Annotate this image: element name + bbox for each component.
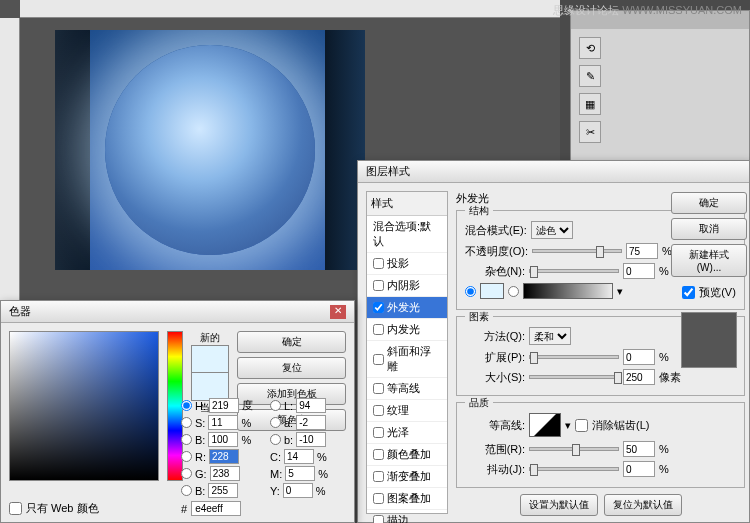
- size-slider[interactable]: [529, 375, 619, 379]
- bl-radio[interactable]: [181, 485, 192, 496]
- checkbox[interactable]: [373, 493, 384, 504]
- close-icon[interactable]: ✕: [330, 305, 346, 319]
- style-color-overlay[interactable]: 颜色叠加: [367, 444, 447, 466]
- dialog-title[interactable]: 图层样式: [358, 161, 749, 183]
- preview-swatch: [681, 312, 737, 368]
- b2-radio[interactable]: [270, 434, 281, 445]
- current-color-swatch[interactable]: [191, 373, 229, 401]
- c-input[interactable]: [284, 449, 314, 464]
- style-drop-shadow[interactable]: 投影: [367, 253, 447, 275]
- ruler-horizontal[interactable]: [20, 0, 560, 18]
- ok-button[interactable]: 确定: [237, 331, 346, 353]
- a-input[interactable]: [296, 415, 326, 430]
- spread-input[interactable]: [623, 349, 655, 365]
- r-input[interactable]: [209, 449, 239, 464]
- noise-input[interactable]: [623, 263, 655, 279]
- jitter-slider[interactable]: [529, 467, 619, 471]
- building-left: [55, 30, 90, 270]
- checkbox[interactable]: [373, 405, 384, 416]
- style-satin[interactable]: 光泽: [367, 422, 447, 444]
- reset-button[interactable]: 复位: [237, 357, 346, 379]
- checkbox[interactable]: [373, 383, 384, 394]
- checkbox[interactable]: [373, 258, 384, 269]
- artboard[interactable]: [55, 30, 365, 270]
- style-grad-overlay[interactable]: 渐变叠加: [367, 466, 447, 488]
- cancel-button[interactable]: 取消: [671, 218, 747, 240]
- new-color-swatch[interactable]: [191, 345, 229, 373]
- m-input[interactable]: [285, 466, 315, 481]
- swatches-icon[interactable]: ▦: [579, 93, 601, 115]
- quality-group: 品质 等高线:▾消除锯齿(L) 范围(R):% 抖动(J):%: [456, 402, 745, 488]
- layer-style-buttons: 确定 取消 新建样式(W)... 预览(V): [671, 192, 747, 372]
- size-input[interactable]: [623, 369, 655, 385]
- b-radio[interactable]: [181, 434, 192, 445]
- glow-gradient-swatch[interactable]: [523, 283, 613, 299]
- history-icon[interactable]: ⟲: [579, 37, 601, 59]
- g-radio[interactable]: [181, 468, 192, 479]
- tools-icon[interactable]: ✂: [579, 121, 601, 143]
- range-input[interactable]: [623, 441, 655, 457]
- ruler-vertical[interactable]: [0, 18, 20, 310]
- opacity-input[interactable]: [626, 243, 658, 259]
- checkbox[interactable]: [373, 449, 384, 460]
- a-radio[interactable]: [270, 417, 281, 428]
- hex-row: #: [181, 501, 241, 516]
- checkbox[interactable]: [373, 280, 384, 291]
- dialog-title[interactable]: 色器 ✕: [1, 301, 354, 323]
- spread-slider[interactable]: [529, 355, 619, 359]
- jitter-input[interactable]: [623, 461, 655, 477]
- blend-options-default[interactable]: 混合选项:默认: [367, 216, 447, 253]
- b2-input[interactable]: [296, 432, 326, 447]
- dropdown-icon[interactable]: ▾: [617, 285, 623, 298]
- range-slider[interactable]: [529, 447, 619, 451]
- b-input[interactable]: [208, 432, 238, 447]
- color-field[interactable]: [9, 331, 159, 481]
- h-input[interactable]: [209, 398, 239, 413]
- new-style-button[interactable]: 新建样式(W)...: [671, 244, 747, 277]
- glow-color-swatch[interactable]: [480, 283, 504, 299]
- y-input[interactable]: [283, 483, 313, 498]
- dropdown-icon[interactable]: ▾: [565, 419, 571, 432]
- s-input[interactable]: [208, 415, 238, 430]
- styles-header[interactable]: 样式: [367, 192, 447, 216]
- noise-slider[interactable]: [529, 269, 619, 273]
- ok-button[interactable]: 确定: [671, 192, 747, 214]
- panels-right: ⟲ ✎ ▦ ✂: [570, 10, 750, 170]
- color-radio[interactable]: [465, 286, 476, 297]
- brush-icon[interactable]: ✎: [579, 65, 601, 87]
- web-only-checkbox[interactable]: [9, 502, 22, 515]
- make-default-button[interactable]: 设置为默认值: [520, 494, 598, 516]
- r-radio[interactable]: [181, 451, 192, 462]
- bl-input[interactable]: [208, 483, 238, 498]
- watermark: 思缘设计论坛 WWW.MISSYUAN.COM: [553, 3, 742, 18]
- g-input[interactable]: [210, 466, 240, 481]
- style-texture[interactable]: 纹理: [367, 400, 447, 422]
- style-pattern-overlay[interactable]: 图案叠加: [367, 488, 447, 510]
- antialias-checkbox[interactable]: [575, 419, 588, 432]
- contour-swatch[interactable]: [529, 413, 561, 437]
- reset-default-button[interactable]: 复位为默认值: [604, 494, 682, 516]
- s-radio[interactable]: [181, 417, 192, 428]
- checkbox[interactable]: [373, 427, 384, 438]
- gradient-radio[interactable]: [508, 286, 519, 297]
- style-inner-glow[interactable]: 内发光: [367, 319, 447, 341]
- checkbox[interactable]: [373, 354, 384, 365]
- opacity-slider[interactable]: [532, 249, 622, 253]
- checkbox[interactable]: [373, 324, 384, 335]
- style-outer-glow[interactable]: 外发光: [367, 297, 447, 319]
- preview-checkbox[interactable]: [682, 286, 695, 299]
- checkbox[interactable]: [373, 471, 384, 482]
- l-input[interactable]: [296, 398, 326, 413]
- style-bevel[interactable]: 斜面和浮雕: [367, 341, 447, 378]
- checkbox[interactable]: [373, 302, 384, 313]
- l-radio[interactable]: [270, 400, 281, 411]
- checkbox[interactable]: [373, 515, 384, 523]
- web-only-row: 只有 Web 颜色: [9, 501, 99, 516]
- style-stroke[interactable]: 描边: [367, 510, 447, 523]
- style-contour[interactable]: 等高线: [367, 378, 447, 400]
- blend-mode-select[interactable]: 滤色: [531, 221, 573, 239]
- style-inner-shadow[interactable]: 内阴影: [367, 275, 447, 297]
- h-radio[interactable]: [181, 400, 192, 411]
- method-select[interactable]: 柔和: [529, 327, 571, 345]
- hex-input[interactable]: [191, 501, 241, 516]
